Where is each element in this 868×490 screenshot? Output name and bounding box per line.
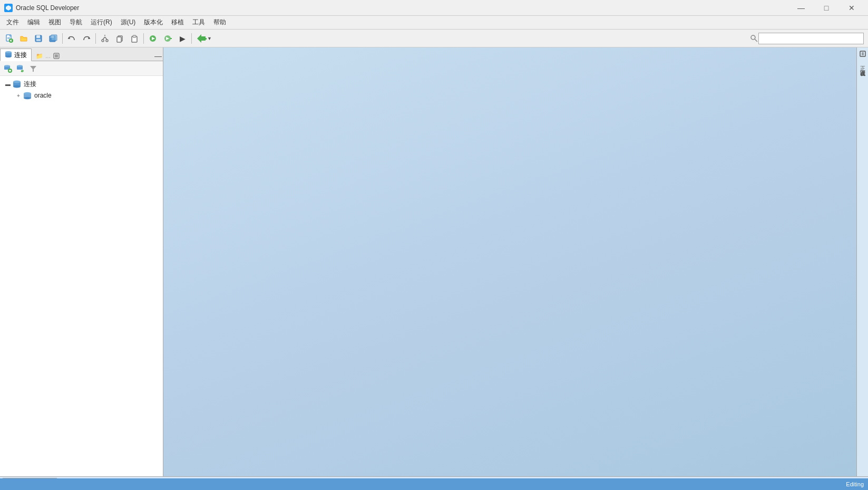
- svg-point-53: [24, 97, 31, 99]
- panel-toolbar: [0, 61, 163, 76]
- svg-line-13: [103, 37, 105, 40]
- run-arrow-button[interactable]: ▶: [175, 32, 189, 45]
- connections-tab-icon: [5, 51, 12, 60]
- main-content-area: [163, 47, 856, 476]
- title-bar: Oracle SQL Developer — □ ✕: [0, 0, 868, 16]
- right-sidebar-vertical-text[interactable]: 正在调试: [858, 64, 867, 69]
- svg-point-52: [24, 92, 31, 94]
- toolbar-sep-4: [191, 33, 192, 44]
- new-connection-button[interactable]: [2, 63, 14, 74]
- svg-marker-0: [6, 5, 11, 11]
- svg-point-12: [106, 40, 108, 42]
- menu-bar: 文件 编辑 视图 导航 运行(R) 源(U) 版本化 移植 工具 帮助: [0, 16, 868, 30]
- right-sidebar-text[interactable]: 正: [858, 60, 867, 64]
- main-container: 连接 📁 ... —: [0, 47, 868, 476]
- svg-rect-6: [36, 35, 40, 38]
- undo-button[interactable]: [65, 32, 79, 45]
- paste-button[interactable]: [128, 32, 141, 45]
- refresh-connections-button[interactable]: [15, 63, 26, 74]
- svg-point-11: [102, 40, 104, 42]
- connections-label: 连接: [24, 80, 36, 89]
- connections-tab-label: 连接: [14, 51, 27, 60]
- menu-navigate[interactable]: 导航: [65, 16, 86, 29]
- app-icon: [4, 4, 13, 12]
- close-button[interactable]: ✕: [840, 0, 864, 16]
- oracle-icon: [23, 91, 32, 100]
- panel-sep: ...: [45, 52, 51, 60]
- svg-point-43: [17, 65, 23, 67]
- connections-tree: ▬ 连接 +: [0, 76, 163, 476]
- svg-rect-3: [7, 39, 10, 39]
- svg-point-38: [4, 65, 10, 67]
- panel-tabs: 连接 📁 ... —: [0, 47, 163, 61]
- panel-list-btn[interactable]: [52, 51, 61, 61]
- menu-versioning[interactable]: 版本化: [140, 16, 167, 29]
- svg-point-48: [13, 85, 21, 88]
- search-input[interactable]: [758, 33, 864, 44]
- svg-line-28: [755, 39, 757, 42]
- tree-oracle-item[interactable]: + oracle: [0, 90, 163, 101]
- menu-edit[interactable]: 编辑: [23, 16, 44, 29]
- svg-point-27: [751, 35, 755, 40]
- toolbar-sep-2: [95, 33, 96, 44]
- right-sidebar: 正 正在调试: [856, 47, 868, 476]
- panel-minimize-button[interactable]: —: [153, 51, 163, 61]
- status-text: Editing: [846, 481, 864, 487]
- svg-line-14: [105, 37, 107, 40]
- filter-button[interactable]: [27, 63, 39, 74]
- panel-extra-controls: 📁 ...: [35, 51, 61, 61]
- connections-icon: [13, 80, 21, 88]
- commit-button[interactable]: ▼: [194, 32, 213, 45]
- run-debug-button[interactable]: [161, 32, 174, 45]
- svg-rect-7: [36, 39, 41, 41]
- left-panel: 连接 📁 ... —: [0, 47, 163, 476]
- main-toolbar: ▶ ▼: [0, 30, 868, 47]
- svg-point-30: [5, 51, 12, 53]
- svg-rect-26: [204, 38, 207, 40]
- status-bar: Editing: [0, 478, 868, 490]
- toolbar-search-container: [750, 33, 864, 44]
- svg-rect-19: [133, 35, 136, 37]
- save-button[interactable]: [32, 32, 45, 45]
- toolbar-sep-1: [62, 33, 63, 44]
- svg-rect-10: [51, 35, 57, 41]
- search-icon: [750, 34, 758, 43]
- minimize-button[interactable]: —: [789, 0, 813, 16]
- menu-migrate[interactable]: 移植: [167, 16, 188, 29]
- svg-point-31: [5, 55, 12, 57]
- oracle-label: oracle: [34, 92, 52, 99]
- run-button[interactable]: [146, 32, 160, 45]
- right-sidebar-btn-1[interactable]: [857, 49, 868, 59]
- menu-tools[interactable]: 工具: [188, 16, 209, 29]
- svg-rect-2: [7, 37, 10, 38]
- panel-new-btn[interactable]: 📁: [35, 51, 44, 61]
- window-title: Oracle SQL Developer: [16, 4, 789, 12]
- cut-button[interactable]: [98, 32, 112, 45]
- menu-help[interactable]: 帮助: [209, 16, 230, 29]
- menu-view[interactable]: 视图: [44, 16, 65, 29]
- svg-point-47: [13, 81, 21, 83]
- open-file-button[interactable]: [17, 32, 31, 45]
- menu-run[interactable]: 运行(R): [86, 16, 116, 29]
- window-controls: — □ ✕: [789, 0, 864, 16]
- maximize-button[interactable]: □: [814, 0, 838, 16]
- menu-source[interactable]: 源(U): [116, 16, 140, 29]
- save-all-button[interactable]: [46, 32, 60, 45]
- connections-expander[interactable]: ▬: [4, 80, 12, 88]
- oracle-expander[interactable]: +: [15, 92, 22, 99]
- copy-button[interactable]: [113, 32, 126, 45]
- svg-rect-17: [117, 37, 121, 42]
- new-file-button[interactable]: [2, 32, 16, 45]
- menu-file[interactable]: 文件: [2, 16, 23, 29]
- toolbar-sep-3: [143, 33, 144, 44]
- svg-marker-25: [197, 34, 206, 43]
- redo-button[interactable]: [80, 32, 93, 45]
- connections-tab[interactable]: 连接: [0, 49, 32, 61]
- panel-minimize-btn-container: —: [153, 51, 163, 61]
- svg-marker-45: [30, 66, 36, 72]
- tree-connections-root[interactable]: ▬ 连接: [0, 78, 163, 90]
